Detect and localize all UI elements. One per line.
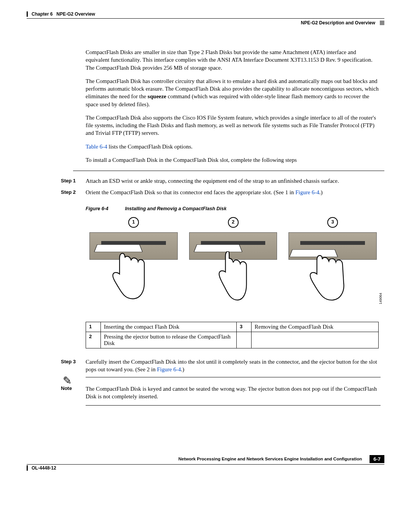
page-footer: Network Processing Engine and Network Se…: [27, 455, 384, 471]
legend-number: 2: [86, 332, 101, 348]
step-text: Orient the CompactFlash Disk so that its…: [86, 189, 381, 196]
figure-caption: Figure 6-4 Installing and Removig a Comp…: [86, 206, 384, 211]
text-run: Carefully insert the CompactFlash Disk i…: [86, 359, 377, 372]
step-row: Step 2 Orient the CompactFlash Disk so t…: [27, 189, 384, 196]
section-title: NPE-G2 Description and Overview: [301, 20, 375, 26]
card-icon: [194, 244, 242, 252]
figure-legend-table: 1 Inserting the compact Flash Disk 3 Rem…: [86, 322, 379, 348]
book-title: Network Processing Engine and Network Se…: [178, 457, 362, 461]
footer-bar-icon: [27, 465, 28, 471]
note-text: The CompactFlash Disk is keyed and canno…: [86, 385, 381, 401]
hand-icon: [108, 251, 150, 301]
doc-number: OL-4448-12: [32, 465, 56, 471]
paragraph: Table 6-4 lists the CompactFlash Disk op…: [86, 143, 381, 150]
chapter-title: NPE-G2 Overview: [56, 11, 95, 17]
note-top-rule: [86, 377, 381, 377]
callout-number: 1: [128, 217, 139, 228]
legend-number: 1: [86, 322, 101, 332]
bold-command: squeeze: [148, 93, 166, 99]
legend-text: Removing the CompactFlash Disk: [252, 322, 379, 332]
figure-illustration: 1 2 3 149064: [86, 217, 381, 308]
card-icon: [94, 244, 143, 252]
step-row: Step 3 Carefully insert the CompactFlash…: [27, 358, 384, 374]
text-run: lists the CompactFlash Disk options.: [107, 144, 193, 150]
page-number: 6-7: [370, 455, 384, 463]
note-bottom-rule: [86, 405, 381, 406]
text-run: Orient the CompactFlash Disk so that its…: [86, 189, 295, 195]
chapter-label: Chapter 6: [32, 11, 53, 17]
section-header: NPE-G2 Description and Overview: [27, 18, 384, 26]
table-row: 1 Inserting the compact Flash Disk 3 Rem…: [86, 322, 379, 332]
figure-reference-link[interactable]: Figure 6-4: [157, 366, 181, 372]
legend-number: 3: [237, 322, 252, 332]
hand-icon: [307, 251, 349, 301]
figure-panel-1: 1: [86, 217, 182, 308]
callout-number: 2: [228, 217, 239, 228]
figure-label: Figure 6-4: [86, 206, 124, 211]
header-bar-icon: [27, 11, 28, 17]
paragraph: To install a CompactFlash Disk in the Co…: [86, 156, 381, 164]
step-label: Step 3: [61, 358, 86, 374]
step-label: Step 2: [61, 189, 86, 196]
figure-reference-link[interactable]: Figure 6-4: [295, 189, 319, 195]
figure-title: Installing and Removig a CompactFlash Di…: [125, 206, 226, 211]
step-text: Carefully insert the CompactFlash Disk i…: [86, 358, 381, 374]
text-run: .): [319, 189, 323, 195]
paragraph: CompactFlash Disks are smaller in size t…: [86, 48, 381, 72]
callout-number: 3: [327, 217, 338, 228]
legend-text: [252, 332, 379, 348]
paragraph: The CompactFlash Disk also supports the …: [86, 114, 381, 137]
paragraph: The CompactFlash Disk has controller cir…: [86, 77, 381, 108]
table-row: 2 Pressing the ejector button to release…: [86, 332, 379, 348]
note-block: ✎ Note The CompactFlash Disk is keyed an…: [27, 385, 384, 401]
table-reference-link[interactable]: Table 6-4: [86, 144, 107, 150]
step-label: Step 1: [61, 177, 86, 185]
figure-panel-2: 2: [185, 217, 281, 308]
text-run: .): [181, 366, 184, 372]
legend-text: Inserting the compact Flash Disk: [101, 322, 237, 332]
figure-panel-3: 3 149064: [285, 217, 381, 308]
header-square-icon: [380, 21, 384, 25]
legend-number: [237, 332, 252, 348]
legend-text: Pressing the ejector button to release t…: [101, 332, 237, 348]
separator-rule: [73, 171, 384, 171]
step-row: Step 1 Attach an ESD wrist or ankle stra…: [27, 177, 384, 185]
image-number: 149064: [379, 293, 382, 304]
step-text: Attach an ESD wrist or ankle strap, conn…: [86, 177, 381, 185]
running-header: Chapter 6 NPE-G2 Overview: [27, 11, 384, 17]
hand-icon: [207, 251, 249, 301]
pencil-icon: ✎: [63, 374, 72, 388]
